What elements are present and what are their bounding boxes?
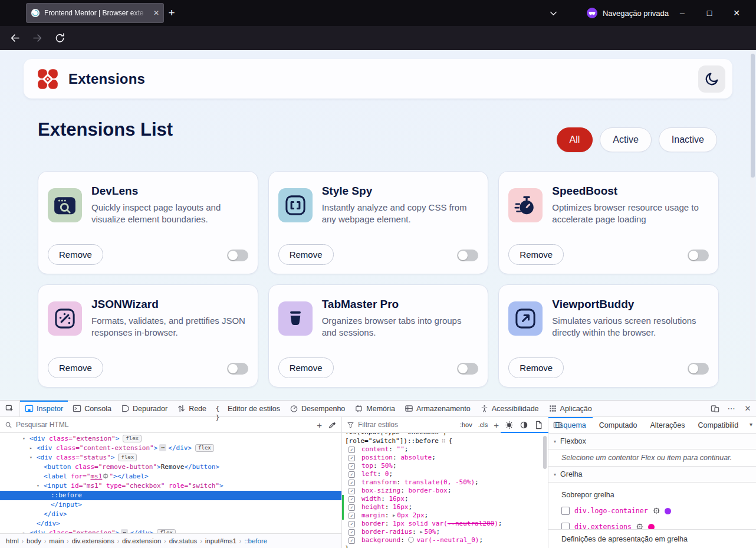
declaration-checkbox[interactable]: ✓ [349, 463, 355, 470]
target-element-icon[interactable] [653, 507, 660, 514]
enable-toggle[interactable] [688, 363, 709, 375]
breadcrumb-item[interactable]: body [25, 537, 42, 544]
css-declaration[interactable]: ✓top: 50%; [342, 462, 548, 470]
dark-scheme-icon[interactable] [520, 421, 528, 429]
markup-line[interactable]: </div> [0, 519, 341, 529]
devtools-tab[interactable]: Inspetor [20, 401, 68, 416]
declaration-checkbox[interactable]: ✓ [349, 537, 355, 544]
remove-button[interactable]: Remove [278, 244, 334, 265]
enable-toggle[interactable] [227, 250, 248, 261]
css-declaration[interactable]: ✓position: absolute; [342, 454, 548, 462]
light-scheme-icon[interactable] [505, 421, 514, 429]
back-button[interactable] [9, 32, 21, 44]
declaration-checkbox[interactable]: ✓ [349, 513, 355, 519]
remove-button[interactable]: Remove [48, 357, 103, 378]
filter-pill[interactable]: Inactive [659, 127, 717, 152]
enable-toggle[interactable] [457, 250, 478, 261]
remove-button[interactable]: Remove [508, 244, 564, 265]
expand-node-icon[interactable]: ▾ [22, 434, 25, 444]
markup-line[interactable]: </input> [0, 500, 341, 510]
pick-element-button[interactable] [0, 401, 20, 416]
tab-close-icon[interactable]: ✕ [153, 9, 159, 17]
responsive-mode-button[interactable] [706, 404, 723, 413]
new-rule-button[interactable]: + [494, 421, 499, 429]
css-declaration[interactable]: ✓margin: ▶0px 2px; [342, 511, 548, 520]
page-scrollbar[interactable] [750, 50, 755, 400]
markup-line[interactable]: <label for="ms1"></label> [0, 472, 341, 481]
filter-pill[interactable]: Active [600, 127, 652, 152]
enable-toggle[interactable] [227, 363, 248, 375]
add-node-button[interactable]: + [317, 421, 322, 429]
declaration-checkbox[interactable]: ✓ [349, 471, 355, 478]
rules-scrollbar-thumb[interactable] [543, 436, 547, 469]
declaration-checkbox[interactable]: ✓ [349, 480, 355, 486]
enable-toggle[interactable] [688, 250, 709, 261]
target-element-icon[interactable] [103, 473, 109, 479]
page-scrollbar-thumb[interactable] [751, 54, 755, 178]
flexbox-section-header[interactable]: ▾ Flexbox [548, 434, 756, 449]
search-html-input[interactable]: Pesquisar HTML [16, 421, 68, 429]
markup-line[interactable]: ▾<div class="status">flex [0, 453, 341, 462]
sidebar-tabs-dropdown-icon[interactable]: ▾ [747, 421, 755, 428]
devtools-menu-button[interactable]: ⋯ [723, 404, 739, 413]
expand-sidebar-button[interactable] [548, 417, 566, 433]
remove-button[interactable]: Remove [508, 357, 564, 378]
markup-line[interactable]: ▾<div class="extension">flex [0, 434, 341, 444]
rule-selector-line[interactable]: [role="switch"])::before∷{ [342, 437, 548, 445]
sidebar-tab[interactable]: Compatibilid [692, 417, 745, 433]
css-declaration[interactable]: ✓width: 16px; [342, 495, 548, 503]
declaration-checkbox[interactable]: ✓ [349, 529, 355, 536]
css-declaration[interactable]: ✓height: 16px; [342, 503, 548, 511]
expand-shorthand-icon[interactable]: ▶ [393, 513, 395, 518]
remove-button[interactable]: Remove [48, 244, 103, 265]
list-all-tabs-chevron-icon[interactable] [548, 8, 558, 18]
declaration-checkbox[interactable]: ✓ [349, 521, 355, 527]
expand-node-icon[interactable]: ▸ [29, 444, 32, 453]
css-declaration[interactable]: ✓box-sizing: border-box; [342, 487, 548, 495]
devtools-close-button[interactable]: ✕ [739, 404, 756, 413]
markup-line[interactable]: <button class="remove-button">Remove</bu… [0, 462, 341, 472]
css-declaration[interactable]: ✓left: 0; [342, 470, 548, 478]
forward-button[interactable] [32, 32, 43, 44]
window-close-button[interactable]: ✕ [723, 8, 750, 18]
window-minimize-button[interactable]: – [669, 8, 696, 18]
class-toggle-button[interactable]: .cls [478, 421, 488, 428]
devtools-tab[interactable]: Acessibilidade [475, 401, 544, 416]
expand-shorthand-icon[interactable]: ▶ [420, 530, 422, 534]
breadcrumb-item[interactable]: html [5, 537, 20, 544]
sidebar-tab[interactable]: Alterações [643, 417, 691, 433]
declaration-checkbox[interactable]: ✓ [349, 455, 355, 461]
browser-tab[interactable]: Frontend Mentor | Browser exte ✕ [26, 3, 164, 23]
markup-line[interactable]: ▸<div class="content-extension">⋯</div>f… [0, 444, 341, 453]
color-swatch[interactable] [408, 537, 414, 543]
remove-button[interactable]: Remove [278, 357, 334, 378]
theme-toggle-button[interactable] [698, 65, 725, 93]
reload-button[interactable] [54, 32, 65, 44]
css-declaration[interactable]: ✓border: 1px solid var(--neutral200); [342, 520, 548, 528]
declaration-checkbox[interactable]: ✓ [349, 496, 355, 503]
css-declaration[interactable]: ✓content: ""; [342, 445, 548, 454]
markup-line[interactable]: ::before [0, 491, 341, 500]
window-maximize-button[interactable]: □ [696, 8, 723, 18]
expand-node-icon[interactable]: ▾ [37, 481, 40, 491]
filter-pill[interactable]: All [557, 127, 593, 152]
breadcrumb-item[interactable]: main [48, 537, 65, 544]
pseudo-class-button[interactable]: :hov [460, 421, 472, 428]
grid-overlay-checkbox[interactable] [561, 507, 570, 515]
new-tab-button[interactable]: + [164, 5, 179, 21]
css-declaration[interactable]: ✓transform: translate(0, -50%); [342, 478, 548, 487]
grid-color-swatch[interactable] [665, 508, 671, 514]
markup-line[interactable]: ▾<input id="ms1" type="checkbox" role="s… [0, 481, 341, 491]
declaration-checkbox[interactable]: ✓ [349, 488, 355, 494]
devtools-tab[interactable]: { } Editor de estilos [211, 401, 285, 416]
breadcrumb-item[interactable]: div.extensions [71, 537, 116, 544]
devtools-tab[interactable]: Memória [350, 401, 400, 416]
css-declaration[interactable]: ✓border-radius: ▶50%; [342, 528, 548, 536]
eyedropper-icon[interactable] [328, 421, 337, 429]
breadcrumb-item[interactable]: div.extension [121, 537, 162, 544]
filter-styles-input[interactable]: Filtrar estilos [358, 421, 398, 429]
devtools-tab[interactable]: Armazenamento [400, 401, 475, 416]
declaration-checkbox[interactable]: ✓ [349, 447, 355, 453]
expand-node-icon[interactable]: ▾ [29, 453, 32, 462]
devtools-tab[interactable]: Rede [172, 401, 211, 416]
